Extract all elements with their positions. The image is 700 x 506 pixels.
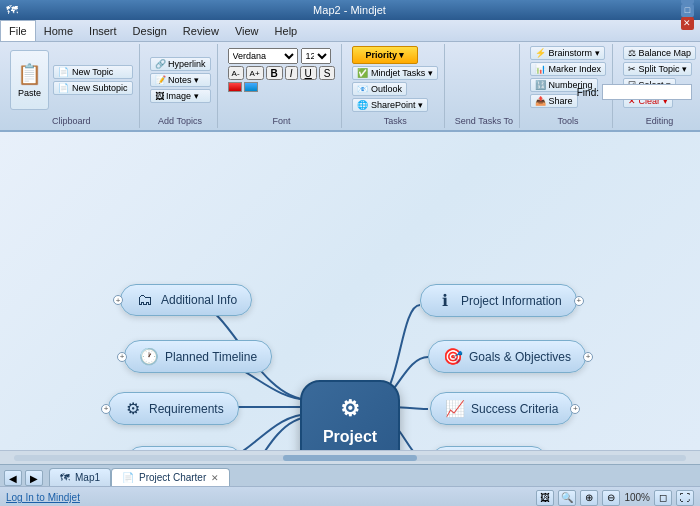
tab-project-charter-icon: 📄 bbox=[122, 472, 134, 483]
titlebar: 🗺 Map2 - Mindjet – □ ✕ bbox=[0, 0, 700, 20]
node-requirements[interactable]: + ⚙ Requirements bbox=[108, 392, 239, 425]
expand-dot-additional-info[interactable]: + bbox=[113, 295, 123, 305]
menu-home[interactable]: Home bbox=[36, 20, 81, 41]
paste-button[interactable]: 📋 Paste bbox=[10, 50, 49, 110]
sharepoint-button[interactable]: 🌐 SharePoint ▾ bbox=[352, 98, 428, 112]
clipboard-label: Clipboard bbox=[10, 114, 133, 126]
menu-design[interactable]: Design bbox=[125, 20, 175, 41]
center-node[interactable]: ⚙ Project Charter bbox=[300, 380, 400, 450]
node-planned-timeline[interactable]: + 🕐 Planned Timeline bbox=[124, 340, 272, 373]
node-constraints[interactable]: + ⚠ Constraints bbox=[126, 446, 243, 450]
node-project-information[interactable]: ℹ Project Information + bbox=[420, 284, 577, 317]
zoom-in-button[interactable]: ⊕ bbox=[580, 490, 598, 506]
tools-label: Tools bbox=[530, 114, 606, 126]
underline-button[interactable]: U bbox=[300, 66, 317, 80]
ribbon-group-clipboard: 📋 Paste 📄 New Topic 📄 New Subtopic Clipb… bbox=[4, 44, 140, 128]
tab-project-charter[interactable]: 📄 Project Charter ✕ bbox=[111, 468, 230, 486]
ribbon-group-tasks: Priority ▾ ✅ Mindjet Tasks ▾ 📧 Outlook 🌐… bbox=[346, 44, 444, 128]
tab-nav-prev[interactable]: ◀ bbox=[4, 470, 22, 486]
node-goals-objectives[interactable]: 🎯 Goals & Objectives + bbox=[428, 340, 586, 373]
find-input[interactable] bbox=[602, 84, 692, 100]
balance-map-button[interactable]: ⚖ Balance Map bbox=[623, 46, 696, 60]
notes-button[interactable]: 📝 Notes ▾ bbox=[150, 73, 211, 87]
menu-view[interactable]: View bbox=[227, 20, 267, 41]
node-opportunity[interactable]: ⚡ Opportunity + bbox=[430, 446, 548, 450]
tab-map1[interactable]: 🗺 Map1 bbox=[49, 468, 111, 486]
strikethrough-button[interactable]: S bbox=[319, 66, 336, 80]
outlook-button[interactable]: 📧 Outlook bbox=[352, 82, 407, 96]
font-size-selector[interactable]: 12 bbox=[301, 48, 331, 64]
tasks-label: Tasks bbox=[352, 114, 437, 126]
new-topic-label: New Topic bbox=[72, 67, 113, 77]
find-bar: Find: bbox=[577, 84, 692, 100]
italic-button[interactable]: I bbox=[285, 66, 298, 80]
split-topic-button[interactable]: ✂ Split Topic ▾ bbox=[623, 62, 692, 76]
marker-index-button[interactable]: 📊 Marker Index bbox=[530, 62, 606, 76]
menu-review[interactable]: Review bbox=[175, 20, 227, 41]
priority-button[interactable]: Priority ▾ bbox=[352, 46, 417, 64]
find-label: Find: bbox=[577, 87, 599, 98]
canvas: ⚙ Project Charter + 🗂 Additional Info + … bbox=[0, 132, 700, 450]
tab-project-charter-close[interactable]: ✕ bbox=[211, 473, 219, 483]
ribbon-group-send-tasks: Send Tasks To bbox=[449, 44, 520, 128]
font-selector[interactable]: Verdana bbox=[228, 48, 298, 64]
font-larger-button[interactable]: A+ bbox=[246, 66, 264, 80]
tab-nav-next[interactable]: ▶ bbox=[25, 470, 43, 486]
font-smaller-button[interactable]: A- bbox=[228, 66, 244, 80]
expand-dot-success-criteria[interactable]: + bbox=[570, 404, 580, 414]
share-button[interactable]: 📤 Share bbox=[530, 94, 578, 108]
new-subtopic-button[interactable]: 📄 New Subtopic bbox=[53, 81, 133, 95]
requirements-icon: ⚙ bbox=[123, 399, 143, 418]
node-success-criteria[interactable]: 📈 Success Criteria + bbox=[430, 392, 573, 425]
project-information-icon: ℹ bbox=[435, 291, 455, 310]
success-criteria-label: Success Criteria bbox=[471, 402, 558, 416]
bold-button[interactable]: B bbox=[266, 66, 283, 80]
hyperlink-button[interactable]: 🔗 Hyperlink bbox=[150, 57, 211, 71]
goals-objectives-label: Goals & Objectives bbox=[469, 350, 571, 364]
titlebar-controls: – □ ✕ bbox=[681, 0, 694, 30]
horizontal-scrollbar[interactable] bbox=[0, 450, 700, 464]
requirements-label: Requirements bbox=[149, 402, 224, 416]
editing-label: Editing bbox=[623, 114, 696, 126]
close-button[interactable]: ✕ bbox=[681, 17, 694, 30]
menu-file[interactable]: File bbox=[0, 20, 36, 41]
new-subtopic-label: New Subtopic bbox=[72, 83, 128, 93]
zoom-out-button[interactable]: ⊖ bbox=[602, 490, 620, 506]
fit-page-button[interactable]: ◻ bbox=[654, 490, 672, 506]
mindjet-tasks-button[interactable]: ✅ Mindjet Tasks ▾ bbox=[352, 66, 437, 80]
expand-dot-requirements[interactable]: + bbox=[101, 404, 111, 414]
brainstorm-button[interactable]: ⚡ Brainstorm ▾ bbox=[530, 46, 605, 60]
log-in-link[interactable]: Log In to Mindjet bbox=[6, 492, 80, 503]
scrollbar-track[interactable] bbox=[14, 455, 686, 461]
menu-help[interactable]: Help bbox=[267, 20, 306, 41]
filter-button[interactable]: 🔍 bbox=[558, 490, 576, 506]
menu-insert[interactable]: Insert bbox=[81, 20, 125, 41]
fullscreen-button[interactable]: ⛶ bbox=[676, 490, 694, 506]
ribbon: 📋 Paste 📄 New Topic 📄 New Subtopic Clipb… bbox=[0, 42, 700, 132]
tab-map1-icon: 🗺 bbox=[60, 472, 70, 483]
new-subtopic-icon: 📄 bbox=[58, 83, 69, 93]
minimize-button[interactable]: – bbox=[681, 0, 694, 4]
project-information-label: Project Information bbox=[461, 294, 562, 308]
add-topics-label: Add Topics bbox=[150, 114, 211, 126]
goals-objectives-icon: 🎯 bbox=[443, 347, 463, 366]
success-criteria-icon: 📈 bbox=[445, 399, 465, 418]
app-icon: 🗺 bbox=[6, 3, 18, 17]
expand-dot-project-information[interactable]: + bbox=[574, 296, 584, 306]
view-icon-1[interactable]: 🖼 bbox=[536, 490, 554, 506]
maximize-button[interactable]: □ bbox=[681, 4, 694, 17]
font-color-picker[interactable] bbox=[228, 82, 242, 92]
expand-dot-goals-objectives[interactable]: + bbox=[583, 352, 593, 362]
highlight-color-picker[interactable] bbox=[244, 82, 258, 92]
center-node-line1: Project bbox=[323, 428, 377, 446]
status-right: 🖼 🔍 ⊕ ⊖ 100% ◻ ⛶ bbox=[536, 490, 694, 506]
additional-info-icon: 🗂 bbox=[135, 291, 155, 309]
node-additional-info[interactable]: + 🗂 Additional Info bbox=[120, 284, 252, 316]
expand-dot-planned-timeline[interactable]: + bbox=[117, 352, 127, 362]
status-left: Log In to Mindjet bbox=[6, 492, 80, 503]
scrollbar-thumb[interactable] bbox=[283, 455, 417, 461]
bottom-statusbar: Log In to Mindjet 🖼 🔍 ⊕ ⊖ 100% ◻ ⛶ bbox=[0, 486, 700, 506]
new-topic-button[interactable]: 📄 New Topic bbox=[53, 65, 133, 79]
planned-timeline-label: Planned Timeline bbox=[165, 350, 257, 364]
image-button[interactable]: 🖼 Image ▾ bbox=[150, 89, 211, 103]
